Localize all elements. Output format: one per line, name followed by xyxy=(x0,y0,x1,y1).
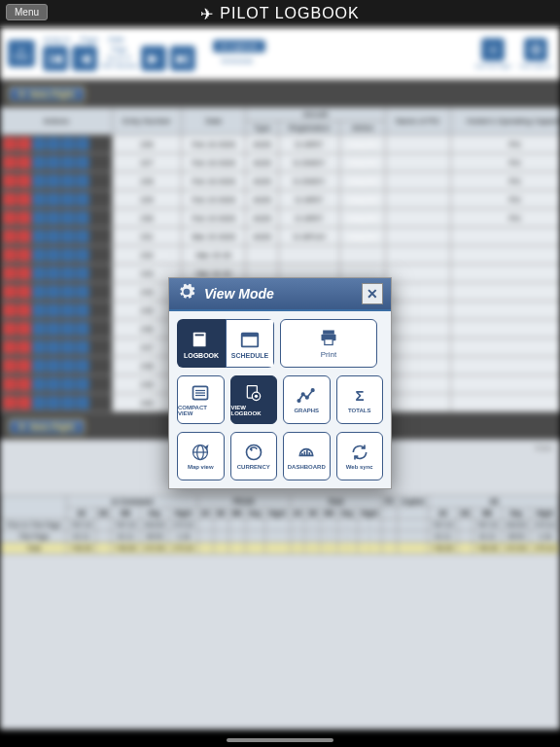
svg-rect-26 xyxy=(309,452,311,455)
print-tile-label: Print xyxy=(321,350,336,359)
calendar-icon xyxy=(239,329,261,350)
currency-label: CURRENCY xyxy=(237,464,270,470)
sigma-icon: Σ xyxy=(350,386,369,406)
svg-rect-1 xyxy=(195,334,204,336)
svg-rect-24 xyxy=(304,451,306,455)
svg-rect-3 xyxy=(242,333,259,337)
book-icon xyxy=(191,329,212,350)
view-logbook-tile[interactable]: VIEW LOGBOOK xyxy=(230,375,278,424)
svg-point-17 xyxy=(312,389,315,392)
currency-tile[interactable]: CURRENCY xyxy=(230,432,278,480)
schedule-tile[interactable]: SCHEDULE xyxy=(226,319,274,368)
eye-doc-icon xyxy=(244,383,263,403)
gear-icon xyxy=(177,282,196,305)
mapview-label: Map view xyxy=(188,464,214,470)
graphs-tile[interactable]: GRAPHS xyxy=(283,375,331,424)
dashboard-label: DASHBOARD xyxy=(288,464,326,470)
printer-icon xyxy=(317,328,340,347)
dashboard-tile[interactable]: DASHBOARD xyxy=(283,432,331,480)
print-tile[interactable]: Print xyxy=(280,319,377,368)
map-view-tile[interactable]: Map view xyxy=(177,432,225,480)
svg-rect-6 xyxy=(325,339,332,345)
view-mode-modal: View Mode ✕ LOGBOOK SCHEDULE Print xyxy=(168,277,392,489)
currency-icon xyxy=(244,443,263,462)
svg-point-16 xyxy=(306,396,309,399)
totals-tile[interactable]: Σ TOTALS xyxy=(336,375,384,424)
schedule-tile-label: SCHEDULE xyxy=(231,352,269,359)
svg-rect-23 xyxy=(301,453,303,456)
modal-body: LOGBOOK SCHEDULE Print COMPACT VIEW xyxy=(169,309,391,488)
svg-rect-4 xyxy=(323,331,334,335)
dashboard-icon xyxy=(297,443,316,462)
svg-point-14 xyxy=(298,400,301,403)
svg-point-15 xyxy=(302,393,305,396)
logbook-tile[interactable]: LOGBOOK xyxy=(177,319,226,368)
svg-point-13 xyxy=(255,395,258,398)
svg-rect-25 xyxy=(306,450,308,456)
web-sync-tile[interactable]: Web sync xyxy=(336,432,384,480)
globe-icon xyxy=(191,443,210,462)
modal-backdrop[interactable]: View Mode ✕ LOGBOOK SCHEDULE Print xyxy=(0,0,560,747)
modal-title: View Mode xyxy=(204,286,362,302)
modal-close-button[interactable]: ✕ xyxy=(362,283,383,304)
compact-label: COMPACT VIEW xyxy=(178,405,224,416)
graph-icon xyxy=(297,386,316,406)
websync-label: Web sync xyxy=(346,464,373,470)
svg-text:Σ: Σ xyxy=(355,387,364,404)
viewlog-label: VIEW LOGBOOK xyxy=(231,405,277,416)
totals-label: TOTALS xyxy=(348,408,370,413)
logbook-tile-label: LOGBOOK xyxy=(184,352,219,359)
list-icon xyxy=(191,383,210,403)
sync-icon xyxy=(350,443,369,462)
compact-view-tile[interactable]: COMPACT VIEW xyxy=(177,375,225,424)
graphs-label: GRAPHS xyxy=(294,408,319,413)
modal-header: View Mode ✕ xyxy=(169,278,391,309)
